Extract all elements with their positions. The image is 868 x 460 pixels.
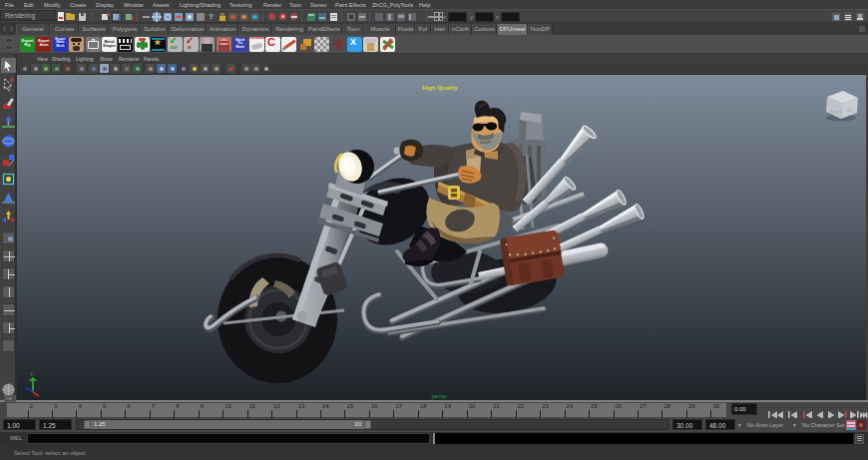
svg-text:Y: Y [30, 371, 34, 377]
svg-text:front: front [830, 109, 839, 115]
svg-text:persp: persp [431, 393, 447, 399]
svg-text:High Quality: High Quality [422, 85, 458, 91]
